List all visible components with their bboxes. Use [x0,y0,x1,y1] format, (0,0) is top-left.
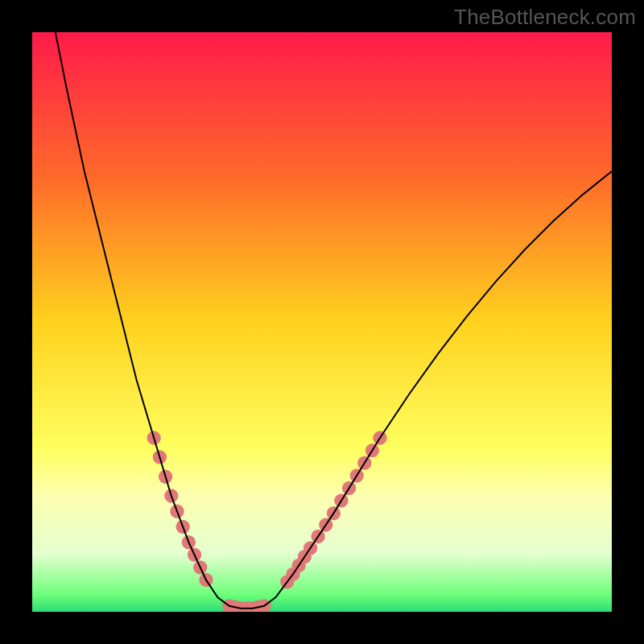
curve-line [56,32,612,609]
watermark-text: TheBottleneck.com [454,5,636,30]
chart-frame: TheBottleneck.com [0,0,644,644]
plot-area [32,32,612,612]
data-curves [32,32,612,612]
marker-dots [147,431,387,612]
